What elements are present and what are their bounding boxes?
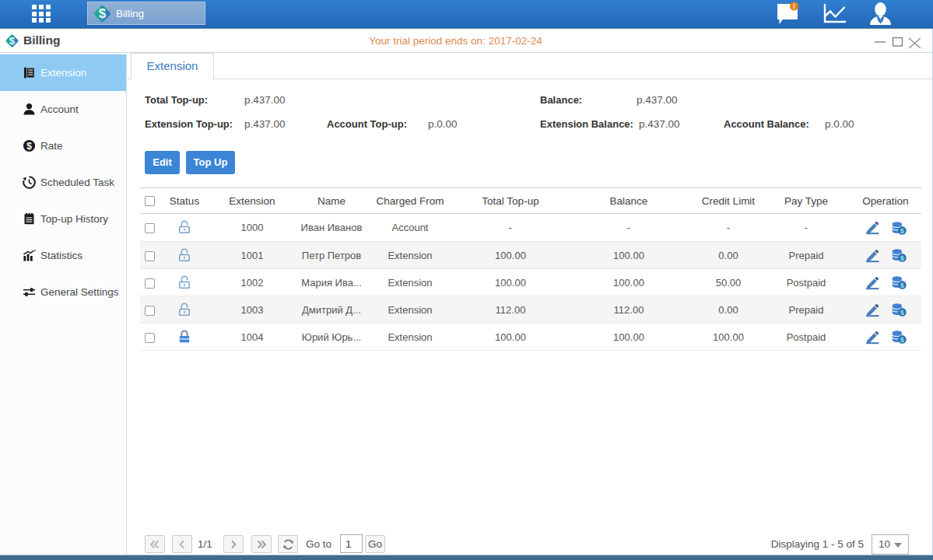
svg-text:$: $ [99,6,107,21]
svg-text:$: $ [26,141,32,152]
svg-text:$: $ [900,254,904,262]
svg-text:$: $ [900,281,904,289]
svg-text:$: $ [900,226,904,234]
svg-text:$: $ [900,335,904,344]
svg-text:$: $ [900,308,904,317]
svg-text:!: ! [793,2,795,10]
